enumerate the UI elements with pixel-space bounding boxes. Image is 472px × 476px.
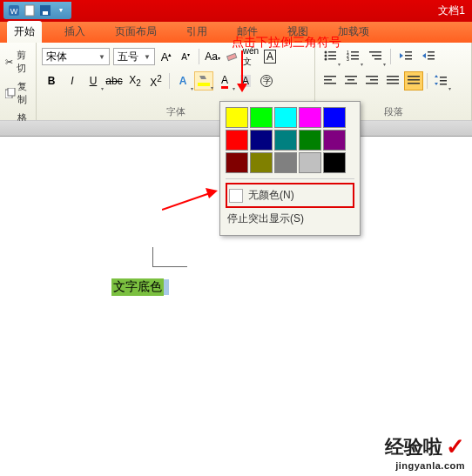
char-border-icon: A <box>264 50 276 64</box>
change-case-button[interactable]: Aa▾ <box>205 48 220 65</box>
svg-point-13 <box>325 54 327 57</box>
distribute-button[interactable] <box>404 71 423 91</box>
svg-rect-34 <box>324 83 336 84</box>
svg-rect-6 <box>8 88 15 96</box>
quick-access-toolbar: W ▼ <box>3 2 71 19</box>
enclose-char-button[interactable]: 字 <box>257 71 276 91</box>
copy-button[interactable]: 复制 <box>3 77 32 109</box>
italic-button[interactable]: I <box>63 71 82 91</box>
align-left-icon <box>324 75 336 88</box>
shrink-font-button[interactable]: A▾ <box>178 48 193 65</box>
checkmark-icon: ✓ <box>446 433 465 460</box>
line-spacing-button[interactable]: ▾ <box>431 71 450 91</box>
text-effects-button[interactable]: A▾ <box>173 71 192 91</box>
chevron-down-icon: ▼ <box>98 53 105 61</box>
font-size-combo[interactable]: 五号▼ <box>113 48 155 65</box>
wps-logo-icon[interactable]: W <box>7 3 21 17</box>
indent-icon <box>422 50 435 64</box>
watermark-text: 经验啦 <box>385 434 442 460</box>
tab-layout[interactable]: 页面布局 <box>108 21 164 43</box>
color-swatch[interactable] <box>299 130 321 151</box>
tab-ref[interactable]: 引用 <box>179 21 214 43</box>
cut-button[interactable]: ✂剪切 <box>3 46 32 77</box>
color-swatch[interactable] <box>274 130 297 151</box>
justify-button[interactable] <box>383 71 402 91</box>
color-swatch[interactable] <box>323 107 346 128</box>
color-swatch[interactable] <box>299 152 321 173</box>
color-swatch[interactable] <box>274 107 297 128</box>
color-swatch[interactable] <box>250 152 273 173</box>
color-grid <box>226 107 354 173</box>
bullets-icon <box>324 50 336 64</box>
selection-caret <box>164 279 169 295</box>
numbering-button[interactable]: 123▾ <box>343 47 362 66</box>
watermark: 经验啦 ✓ jingyanla.com <box>385 433 465 471</box>
svg-text:W: W <box>10 7 18 16</box>
highlight-icon <box>198 74 210 89</box>
color-swatch[interactable] <box>226 130 248 151</box>
outdent-icon <box>400 50 412 64</box>
change-case-icon: Aa▾ <box>205 50 220 63</box>
color-swatch[interactable] <box>323 152 346 173</box>
text-effects-icon: A <box>179 75 187 87</box>
document-text-sample[interactable]: 文字底色 <box>111 278 169 296</box>
no-color-option[interactable]: 无颜色(N) <box>226 183 354 208</box>
svg-rect-12 <box>328 51 336 53</box>
grow-font-icon: A▴ <box>161 50 172 64</box>
svg-rect-14 <box>328 55 336 57</box>
annotation-arrow-down-icon <box>233 50 251 94</box>
decrease-indent-button[interactable] <box>396 47 415 66</box>
svg-rect-37 <box>345 83 357 84</box>
grow-font-button[interactable]: A▴ <box>158 48 174 65</box>
highlight-button[interactable]: ▾ <box>194 71 213 91</box>
svg-rect-43 <box>387 83 399 84</box>
watermark-url: jingyanla.com <box>385 460 465 471</box>
font-color-button[interactable]: A▾ <box>215 71 234 91</box>
cursor-indicator <box>152 247 153 266</box>
line-spacing-icon <box>435 75 447 88</box>
svg-text:3: 3 <box>347 57 349 61</box>
tab-insert[interactable]: 插入 <box>57 21 92 43</box>
color-swatch[interactable] <box>226 107 248 128</box>
font-color-icon: A <box>221 74 228 89</box>
color-swatch[interactable] <box>250 107 273 128</box>
color-swatch[interactable] <box>323 130 346 151</box>
superscript-button[interactable]: X2 <box>146 71 165 91</box>
chevron-down-icon: ▼ <box>144 53 151 61</box>
align-left-button[interactable] <box>320 71 340 91</box>
new-doc-icon[interactable] <box>23 3 37 17</box>
color-swatch[interactable] <box>250 130 273 151</box>
bold-button[interactable]: B <box>42 71 61 91</box>
align-right-icon <box>366 75 378 88</box>
subscript-button[interactable]: X2 <box>125 71 145 91</box>
qat-dropdown-icon[interactable]: ▼ <box>54 3 68 17</box>
color-swatch[interactable] <box>226 152 248 173</box>
svg-rect-23 <box>369 51 381 53</box>
multilevel-button[interactable]: ▾ <box>366 47 385 66</box>
svg-rect-31 <box>428 58 435 60</box>
svg-rect-33 <box>324 79 332 81</box>
color-swatch[interactable] <box>299 107 321 128</box>
bold-icon: B <box>48 75 56 87</box>
highlighted-text: 文字底色 <box>111 278 164 296</box>
svg-rect-29 <box>428 51 435 53</box>
color-swatch[interactable] <box>274 152 297 173</box>
stop-highlight-option[interactable]: 停止突出显示(S) <box>226 208 354 230</box>
font-name-combo[interactable]: 宋体▼ <box>42 48 110 65</box>
char-border-button[interactable]: A <box>262 48 278 65</box>
tab-start[interactable]: 开始 <box>7 21 42 43</box>
svg-rect-30 <box>428 55 435 57</box>
align-center-button[interactable] <box>341 71 361 91</box>
increase-indent-button[interactable] <box>419 47 438 66</box>
svg-rect-32 <box>324 76 336 77</box>
strike-icon: abc <box>105 75 122 87</box>
strike-button[interactable]: abc <box>105 71 124 91</box>
align-right-button[interactable] <box>362 71 381 91</box>
underline-button[interactable]: U▾ <box>84 71 103 91</box>
save-icon[interactable] <box>38 3 52 17</box>
svg-rect-35 <box>345 76 357 77</box>
italic-icon: I <box>71 75 73 87</box>
svg-point-11 <box>325 50 327 53</box>
distribute-icon <box>408 75 420 88</box>
svg-rect-45 <box>408 79 420 81</box>
